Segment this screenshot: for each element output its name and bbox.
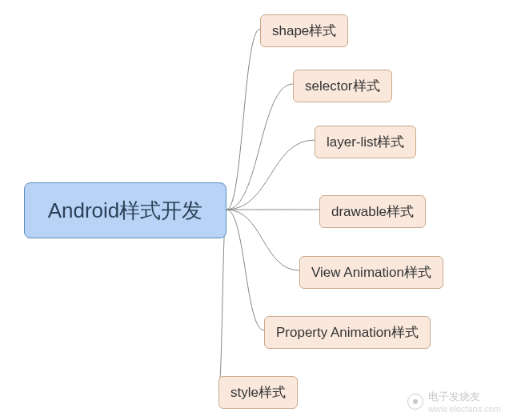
child-node: style样式 — [218, 376, 298, 409]
root-node: Android样式开发 — [24, 182, 226, 238]
child-node: layer-list样式 — [315, 126, 416, 158]
child-label: View Animation样式 — [311, 265, 431, 280]
watermark-title: 电子发烧友 — [428, 390, 501, 404]
child-node: drawable样式 — [319, 195, 426, 228]
logo-icon — [407, 394, 423, 410]
child-label: Property Animation样式 — [276, 325, 419, 340]
child-label: shape样式 — [272, 23, 336, 38]
child-node: View Animation样式 — [299, 256, 443, 289]
child-node: Property Animation样式 — [264, 316, 431, 349]
child-label: layer-list样式 — [327, 134, 404, 150]
watermark: 电子发烧友 www.elecfans.com — [407, 390, 501, 414]
child-node: selector样式 — [293, 70, 392, 102]
child-label: style样式 — [230, 385, 286, 400]
root-label: Android样式开发 — [48, 197, 203, 225]
child-label: drawable样式 — [331, 204, 414, 219]
child-label: selector样式 — [305, 78, 380, 94]
watermark-url: www.elecfans.com — [428, 404, 501, 414]
child-node: shape样式 — [260, 14, 348, 47]
